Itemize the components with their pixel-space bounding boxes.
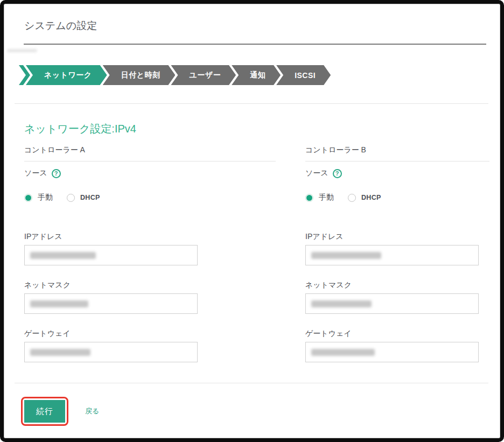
continue-button[interactable]: 続行 [24, 400, 65, 423]
netmask-input[interactable] [305, 293, 479, 314]
step-date-time-label: 日付と時刻 [121, 71, 160, 80]
field-gateway: ゲートウェイ [24, 329, 276, 362]
wizard-stepper: ネットワーク 日付と時刻 ユーザー 通知 ISCSI [19, 65, 489, 85]
radio-dhcp[interactable] [348, 194, 356, 202]
controller-columns: コントローラー A ソース ? 手動 DHCP IPアドレス [24, 145, 489, 362]
redacted-value [311, 252, 381, 259]
ip-address-label: IPアドレス [24, 232, 276, 241]
redacted-value [30, 349, 90, 356]
step-notifications-label: 通知 [250, 71, 265, 80]
ip-address-input[interactable] [24, 245, 198, 265]
radio-manual[interactable] [305, 194, 313, 202]
radio-dhcp[interactable] [67, 194, 75, 202]
controller-b-name: コントローラー B [305, 145, 489, 162]
stepper-divider [15, 103, 488, 104]
gateway-input[interactable] [24, 342, 198, 362]
field-netmask: ネットマスク [305, 280, 489, 314]
controller-b-source-radios: 手動 DHCP [305, 193, 489, 202]
controller-a-panel: コントローラー A ソース ? 手動 DHCP IPアドレス [24, 145, 276, 362]
radio-manual[interactable] [24, 194, 32, 202]
step-notifications[interactable]: 通知 [232, 65, 281, 85]
netmask-label: ネットマスク [24, 280, 276, 289]
ip-address-label: IPアドレス [305, 232, 489, 241]
step-users-label: ユーザー [189, 71, 221, 80]
page-title: システムの設定 [24, 19, 489, 33]
controller-b-source-row: ソース ? [305, 169, 489, 178]
title-divider [24, 44, 486, 45]
gateway-label: ゲートウェイ [24, 329, 276, 338]
controller-a-source-radios: 手動 DHCP [24, 193, 276, 202]
field-netmask: ネットマスク [24, 280, 276, 314]
field-ip-address: IPアドレス [305, 232, 489, 265]
radio-manual-label: 手動 [38, 193, 53, 202]
help-icon[interactable]: ? [52, 169, 61, 178]
redacted-breadcrumb-smudge [7, 49, 37, 52]
settings-window: システムの設定 ネットワーク 日付と時刻 ユーザー 通知 ISCSI ネットワー… [0, 0, 504, 442]
section-heading: ネットワーク設定:IPv4 [24, 121, 489, 136]
step-date-time[interactable]: 日付と時刻 [103, 65, 176, 85]
field-ip-address: IPアドレス [24, 232, 276, 265]
gateway-input[interactable] [305, 342, 479, 362]
redacted-value [30, 300, 88, 307]
radio-dhcp-label: DHCP [361, 194, 381, 201]
ip-address-input[interactable] [305, 245, 479, 265]
step-network[interactable]: ネットワーク [26, 65, 107, 85]
netmask-input[interactable] [24, 293, 198, 314]
source-label: ソース [24, 169, 47, 178]
controller-a-source-row: ソース ? [24, 169, 276, 178]
step-network-label: ネットワーク [44, 71, 92, 80]
source-label: ソース [305, 169, 328, 178]
step-iscsi[interactable]: ISCSI [276, 65, 331, 85]
field-gateway: ゲートウェイ [305, 329, 489, 362]
footer-actions: 続行 戻る [24, 400, 489, 423]
back-link[interactable]: 戻る [85, 406, 99, 416]
radio-dhcp-label: DHCP [80, 194, 100, 201]
help-icon[interactable]: ? [333, 169, 342, 178]
radio-manual-label: 手動 [319, 193, 334, 202]
footer-divider [15, 383, 488, 383]
controller-b-panel: コントローラー B ソース ? 手動 DHCP IPアドレス [305, 145, 489, 362]
redacted-value [30, 252, 96, 259]
step-users[interactable]: ユーザー [171, 65, 236, 85]
netmask-label: ネットマスク [305, 280, 489, 289]
redacted-value [311, 349, 375, 356]
redacted-value [311, 300, 372, 307]
step-iscsi-label: ISCSI [295, 71, 316, 80]
controller-a-name: コントローラー A [24, 145, 276, 162]
gateway-label: ゲートウェイ [305, 329, 489, 338]
